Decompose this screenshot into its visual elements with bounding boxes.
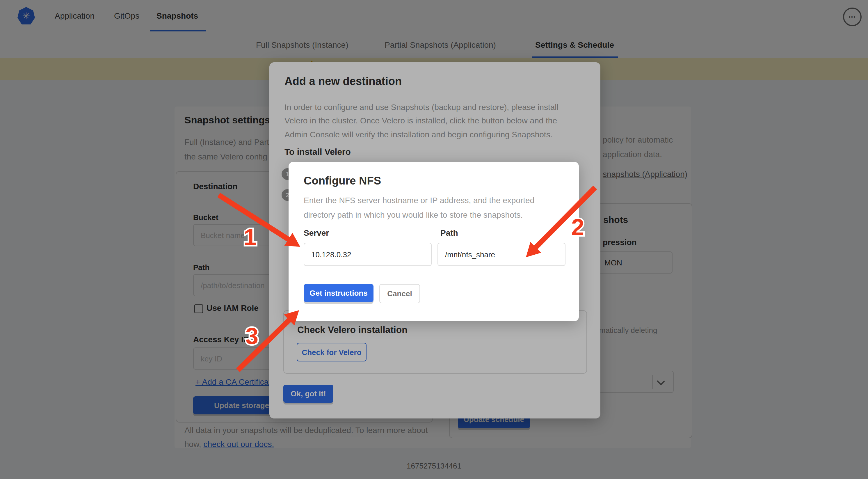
annotation-arrows-layer: 1 2 3 [0, 0, 868, 479]
annotation-number-1: 1 [244, 224, 257, 250]
annotation-arrow-1 [219, 195, 300, 247]
annotation-arrow-2 [526, 187, 595, 257]
page: ✳ Application GitOps Snapshots ••• Full … [0, 0, 868, 479]
annotation-number-2: 2 [571, 214, 584, 240]
annotation-number-3: 3 [246, 323, 258, 349]
